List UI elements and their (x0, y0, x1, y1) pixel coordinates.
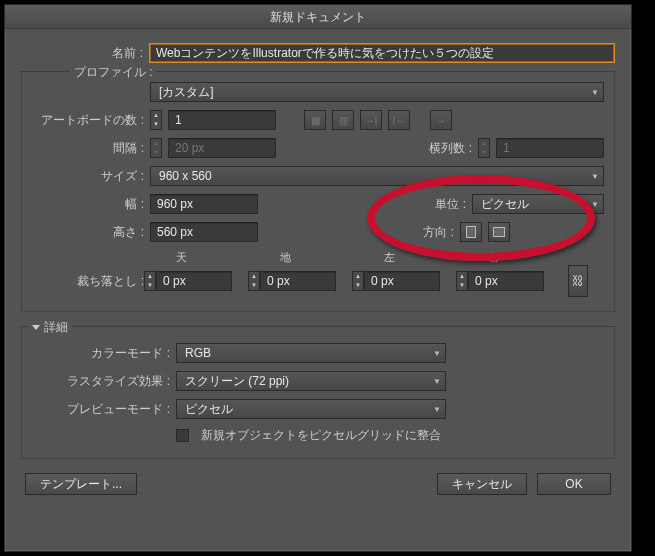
bleed-label: 裁ち落とし : (32, 273, 144, 290)
orientation-portrait-button[interactable] (460, 222, 482, 242)
template-button[interactable]: テンプレート... (25, 473, 137, 495)
bleed-right-stepper[interactable]: ▲▼ (456, 271, 468, 291)
orientation-label: 方向 : (404, 224, 454, 241)
chevron-down-icon: ▼ (433, 405, 441, 414)
preview-label: プレビューモード : (32, 401, 170, 418)
align-pixel-grid-checkbox[interactable] (176, 429, 189, 442)
dialog-title: 新規ドキュメント (5, 5, 631, 29)
columns-label: 横列数 : (422, 140, 472, 157)
advanced-group: 詳細 カラーモード : RGB ▼ ラスタライズ効果 : スクリーン (72 p… (21, 326, 615, 459)
size-label: サイズ : (32, 168, 144, 185)
artboards-stepper[interactable]: ▲▼ (150, 110, 162, 130)
chevron-down-icon: ▼ (433, 377, 441, 386)
align-pixel-grid-label: 新規オブジェクトをピクセルグリッドに整合 (201, 427, 441, 444)
arrange-right-icon: →| (360, 110, 382, 130)
ok-button[interactable]: OK (537, 473, 611, 495)
colormode-label: カラーモード : (32, 345, 170, 362)
bleed-top-stepper[interactable]: ▲▼ (144, 271, 156, 291)
height-label: 高さ : (32, 224, 144, 241)
bleed-bottom-label: 地 (264, 250, 368, 265)
spacing-stepper: ▲▼ (150, 138, 162, 158)
size-select[interactable]: 960 x 560 ▼ (150, 166, 604, 186)
width-input[interactable]: 960 px (150, 194, 258, 214)
colormode-select[interactable]: RGB ▼ (176, 343, 446, 363)
disclosure-triangle-icon[interactable] (32, 325, 40, 330)
bleed-right-input[interactable]: 0 px (468, 271, 544, 291)
preview-select[interactable]: ピクセル ▼ (176, 399, 446, 419)
bleed-bottom-input[interactable]: 0 px (260, 271, 336, 291)
width-label: 幅 : (32, 196, 144, 213)
columns-input: 1 (496, 138, 604, 158)
bleed-top-label: 天 (160, 250, 264, 265)
basic-group: プロファイル : [カスタム] ▼ アートボードの数 : ▲▼ 1 ▦ ▥ →|… (21, 71, 615, 312)
bleed-left-label: 左 (368, 250, 472, 265)
raster-select[interactable]: スクリーン (72 ppi) ▼ (176, 371, 446, 391)
advanced-label: 詳細 (28, 319, 72, 336)
bleed-top-input[interactable]: 0 px (156, 271, 232, 291)
columns-stepper: ▲▼ (478, 138, 490, 158)
bleed-right-label: 右 (472, 250, 576, 265)
artboards-input[interactable]: 1 (168, 110, 276, 130)
unit-select[interactable]: ピクセル ▼ (472, 194, 604, 214)
bleed-bottom-stepper[interactable]: ▲▼ (248, 271, 260, 291)
grid-by-column-icon: ▥ (332, 110, 354, 130)
bleed-left-input[interactable]: 0 px (364, 271, 440, 291)
grid-by-row-icon: ▦ (304, 110, 326, 130)
unit-label: 単位 : (416, 196, 466, 213)
arrange-arrow-icon: → (430, 110, 452, 130)
name-label: 名前 : (21, 45, 143, 62)
bleed-left-stepper[interactable]: ▲▼ (352, 271, 364, 291)
spacing-label: 間隔 : (32, 140, 144, 157)
profile-label: プロファイル : (70, 64, 157, 81)
arrange-down-icon: |← (388, 110, 410, 130)
chevron-down-icon: ▼ (433, 349, 441, 358)
orientation-landscape-button[interactable] (488, 222, 510, 242)
spacing-input: 20 px (168, 138, 276, 158)
name-input[interactable]: WebコンテンツをIllustratorで作る時に気をつけたい５つの設定 (149, 43, 615, 63)
chevron-down-icon: ▼ (591, 200, 599, 209)
artboards-label: アートボードの数 : (32, 112, 144, 129)
link-bleed-icon[interactable]: ⛓ (568, 265, 588, 297)
raster-label: ラスタライズ効果 : (32, 373, 170, 390)
new-document-dialog: 新規ドキュメント 名前 : WebコンテンツをIllustratorで作る時に気… (4, 4, 632, 552)
profile-select[interactable]: [カスタム] ▼ (150, 82, 604, 102)
chevron-down-icon: ▼ (591, 88, 599, 97)
chevron-down-icon: ▼ (591, 172, 599, 181)
height-input[interactable]: 560 px (150, 222, 258, 242)
cancel-button[interactable]: キャンセル (437, 473, 527, 495)
